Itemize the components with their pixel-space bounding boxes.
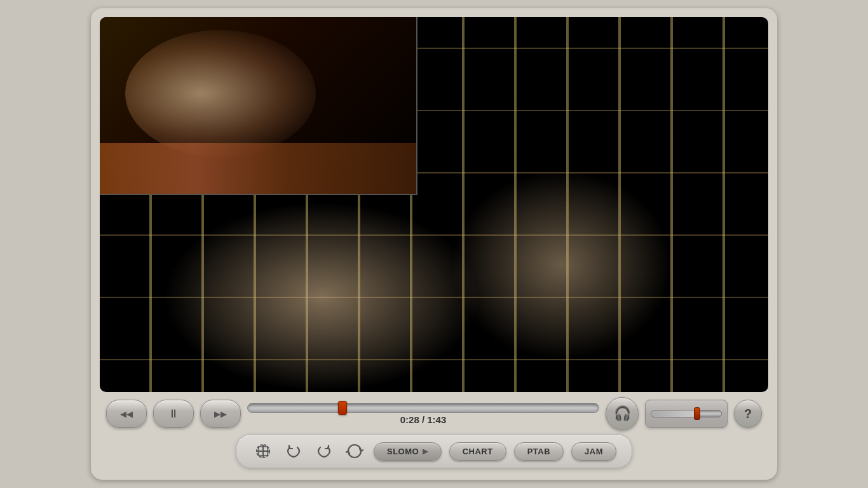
ptab-label: PTAB	[527, 447, 550, 456]
pip-guitar-body	[100, 143, 416, 194]
loop-forward-button[interactable]	[313, 440, 336, 463]
volume-fill	[651, 410, 697, 417]
ptab-button[interactable]: PTAB	[514, 442, 564, 461]
bottom-controls-row: SLOMO ▶ CHART PTAB JAM	[236, 434, 632, 468]
controls-area: 0:28 / 1:43 🎧 ?	[100, 397, 768, 468]
pause-button[interactable]	[153, 400, 194, 428]
slomo-label: SLOMO	[387, 447, 419, 456]
video-area	[100, 17, 768, 392]
volume-thumb[interactable]	[694, 407, 700, 420]
jam-button[interactable]: JAM	[571, 442, 616, 461]
transport-row: 0:28 / 1:43 🎧 ?	[100, 397, 768, 430]
progress-container: 0:28 / 1:43	[247, 403, 599, 425]
volume-control[interactable]	[645, 400, 728, 428]
loop-crosshair-button[interactable]	[252, 440, 275, 463]
question-mark-icon: ?	[744, 407, 752, 421]
headphones-button[interactable]: 🎧	[606, 397, 639, 430]
slomo-arrow-icon: ▶	[423, 447, 428, 456]
progress-bar[interactable]	[247, 403, 599, 413]
left-hand-overlay	[163, 201, 481, 392]
pip-video	[100, 17, 417, 195]
help-button[interactable]: ?	[734, 400, 762, 428]
sync-button[interactable]	[343, 440, 366, 463]
volume-track[interactable]	[651, 410, 722, 417]
pip-hand	[125, 30, 316, 157]
slomo-button[interactable]: SLOMO ▶	[374, 442, 442, 461]
progress-fill	[248, 403, 342, 412]
player-container: 0:28 / 1:43 🎧 ?	[91, 8, 777, 480]
time-display: 0:28 / 1:43	[400, 414, 447, 425]
fastforward-button[interactable]	[200, 400, 241, 428]
rewind-button[interactable]	[106, 400, 147, 428]
loop-back-button[interactable]	[282, 440, 305, 463]
progress-thumb[interactable]	[338, 401, 347, 415]
jam-label: JAM	[585, 447, 603, 456]
chart-label: CHART	[463, 447, 493, 456]
headphones-icon: 🎧	[614, 405, 631, 422]
right-hand-overlay	[451, 170, 673, 360]
chart-button[interactable]: CHART	[449, 442, 506, 461]
